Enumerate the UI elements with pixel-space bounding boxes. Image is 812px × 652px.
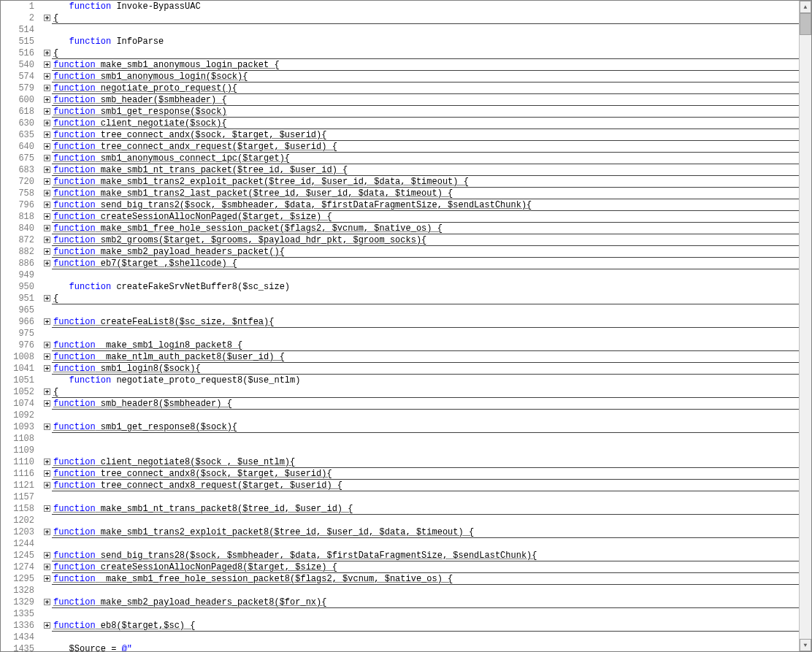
code-line[interactable]: 758function make_smb1_trans2_last_packet… (1, 188, 799, 199)
code-line[interactable]: 1435 $Source = @" (1, 643, 799, 651)
fold-gutter[interactable] (42, 468, 52, 480)
expand-icon[interactable] (44, 155, 50, 161)
code-line[interactable]: 1202 (1, 515, 799, 526)
expand-icon[interactable] (44, 166, 50, 173)
code-line[interactable]: 635function tree_connect_andx($sock, $ta… (1, 129, 799, 141)
fold-gutter[interactable] (42, 188, 52, 199)
expand-icon[interactable] (44, 202, 50, 208)
code-line[interactable]: 965 (1, 304, 799, 316)
code-text[interactable] (52, 269, 799, 281)
expand-icon[interactable] (44, 459, 50, 465)
expand-icon[interactable] (44, 237, 50, 243)
code-line[interactable]: 840function make_smb1_free_hole_session_… (1, 223, 799, 234)
expand-icon[interactable] (44, 575, 50, 582)
code-text[interactable]: { (52, 386, 799, 398)
expand-icon[interactable] (44, 505, 50, 512)
fold-gutter[interactable] (42, 386, 52, 398)
code-text[interactable] (52, 585, 799, 597)
code-line[interactable]: 1244 (1, 538, 799, 550)
fold-gutter[interactable] (42, 106, 52, 118)
code-line[interactable]: 1329function make_smb2_payload_headers_p… (1, 597, 799, 608)
fold-gutter[interactable] (42, 234, 52, 246)
expand-icon[interactable] (44, 318, 50, 325)
expand-icon[interactable] (44, 225, 50, 231)
code-line[interactable]: 1110function client_negotiate8($sock , $… (1, 456, 799, 468)
fold-gutter[interactable] (42, 211, 52, 223)
expand-icon[interactable] (44, 564, 50, 570)
fold-gutter[interactable] (42, 47, 52, 59)
expand-icon[interactable] (44, 423, 50, 430)
vertical-scrollbar[interactable]: ▲ ▼ (799, 1, 811, 651)
code-line[interactable]: 1274function createSessionAllocNonPaged8… (1, 561, 799, 573)
fold-gutter[interactable] (42, 363, 52, 375)
code-line[interactable]: 1203function make_smb1_trans2_exploit_pa… (1, 526, 799, 538)
code-text[interactable]: function negotiate_proto_request(){ (52, 83, 799, 94)
code-line[interactable]: 950 function createFakeSrvNetBuffer8($sc… (1, 281, 799, 293)
expand-icon[interactable] (44, 529, 50, 535)
code-text[interactable]: { (52, 293, 799, 304)
code-text[interactable] (52, 515, 799, 526)
fold-gutter[interactable] (42, 223, 52, 234)
code-line[interactable]: 516{ (1, 47, 799, 59)
fold-gutter[interactable] (42, 421, 52, 433)
code-line[interactable]: 951{ (1, 293, 799, 304)
fold-gutter[interactable] (42, 480, 52, 491)
fold-gutter[interactable] (42, 246, 52, 258)
expand-icon[interactable] (44, 120, 50, 126)
expand-icon[interactable] (44, 15, 50, 21)
code-line[interactable]: 1093function smb1_get_response8($sock){ (1, 421, 799, 433)
code-line[interactable]: 886function eb7($target ,$shellcode) { (1, 258, 799, 269)
code-line[interactable]: 675function smb1_anonymous_connect_ipc($… (1, 153, 799, 164)
code-line[interactable]: 1041function smb1_login8($sock){ (1, 363, 799, 375)
code-line[interactable]: 818function createSessionAllocNonPaged($… (1, 211, 799, 223)
code-text[interactable]: function smb1_get_response8($sock){ (52, 421, 799, 433)
fold-gutter[interactable] (42, 59, 52, 71)
code-text[interactable]: function tree_connect_andx8_request($tar… (52, 480, 799, 491)
code-text[interactable]: function send_big_trans2($sock, $smbhead… (52, 199, 799, 211)
code-text[interactable]: function negotiate_proto_request8($use_n… (52, 375, 799, 386)
code-line[interactable]: 720function make_smb1_trans2_exploit_pac… (1, 176, 799, 188)
code-text[interactable]: function smb_header8($smbheader) { (52, 398, 799, 410)
code-line[interactable]: 2{ (1, 12, 799, 24)
code-text[interactable]: function make_smb1_login8_packet8 { (52, 340, 799, 351)
fold-gutter[interactable] (42, 550, 52, 561)
fold-gutter[interactable] (42, 94, 52, 106)
expand-icon[interactable] (44, 295, 50, 302)
code-text[interactable]: function smb1_anonymous_login($sock){ (52, 71, 799, 83)
code-text[interactable]: function tree_connect_andx8($sock, $targ… (52, 468, 799, 480)
code-line[interactable]: 882function make_smb2_payload_headers_pa… (1, 246, 799, 258)
fold-gutter[interactable] (42, 351, 52, 363)
code-text[interactable]: $Source = @" (52, 643, 799, 651)
code-line[interactable]: 796function send_big_trans2($sock, $smbh… (1, 199, 799, 211)
code-text[interactable]: function createFeaList8($sc_size, $ntfea… (52, 316, 799, 328)
code-line[interactable]: 540function make_smb1_anonymous_login_pa… (1, 59, 799, 71)
fold-gutter[interactable] (42, 526, 52, 538)
code-line[interactable]: 1158function make_smb1_nt_trans_packet8(… (1, 503, 799, 515)
expand-icon[interactable] (44, 85, 50, 91)
code-line[interactable]: 640function tree_connect_andx_request($t… (1, 141, 799, 153)
fold-gutter[interactable] (42, 456, 52, 468)
fold-gutter[interactable] (42, 316, 52, 328)
code-line[interactable]: 1335 (1, 608, 799, 620)
code-line[interactable]: 574function smb1_anonymous_login($sock){ (1, 71, 799, 83)
code-line[interactable]: 630function client_negotiate($sock){ (1, 118, 799, 129)
expand-icon[interactable] (44, 622, 50, 629)
fold-gutter[interactable] (42, 164, 52, 176)
code-line[interactable]: 1109 (1, 445, 799, 456)
fold-gutter[interactable] (42, 118, 52, 129)
code-text[interactable]: function make_smb2_payload_headers_packe… (52, 597, 799, 608)
code-line[interactable]: 600function smb_header($smbheader) { (1, 94, 799, 106)
code-text[interactable] (52, 445, 799, 456)
scroll-thumb[interactable] (800, 13, 811, 35)
code-text[interactable]: function make_smb2_payload_headers_packe… (52, 246, 799, 258)
code-text[interactable]: function tree_connect_andx_request($targ… (52, 141, 799, 153)
expand-icon[interactable] (44, 260, 50, 266)
code-text[interactable] (52, 538, 799, 550)
expand-icon[interactable] (44, 248, 50, 255)
code-line[interactable]: 1074function smb_header8($smbheader) { (1, 398, 799, 410)
code-line[interactable]: 579function negotiate_proto_request(){ (1, 83, 799, 94)
code-line[interactable]: 1245function send_big_trans28($sock, $sm… (1, 550, 799, 561)
code-text[interactable]: { (52, 47, 799, 59)
code-text[interactable]: function tree_connect_andx($sock, $targe… (52, 129, 799, 141)
fold-gutter[interactable] (42, 573, 52, 585)
